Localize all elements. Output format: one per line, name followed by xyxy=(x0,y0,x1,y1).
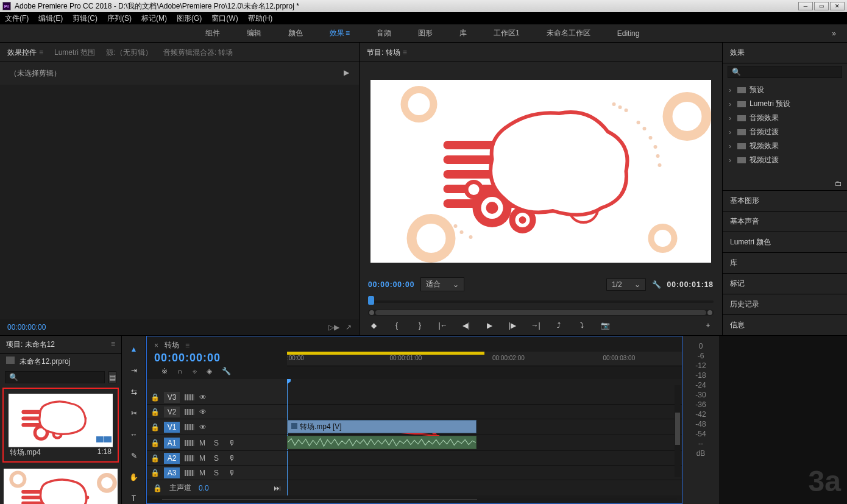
timeline-timecode[interactable]: 00:00:00:00 xyxy=(154,352,287,364)
audio-clip-a1[interactable] xyxy=(287,436,477,449)
track-select-tool[interactable]: ⇥ xyxy=(128,364,140,376)
effects-folder-lumetri[interactable]: ›Lumetri 预设 xyxy=(728,97,842,111)
tab-lumetri-scopes[interactable]: Lumetri 范围 xyxy=(54,48,95,58)
workspace-tab-color[interactable]: 颜色 xyxy=(275,24,316,42)
tab-project[interactable]: 项目: 未命名12 xyxy=(6,339,55,350)
workspace-tab-custom1[interactable]: 工作区1 xyxy=(480,24,533,42)
timeline-ruler[interactable]: :00:00 00:00:01:00 00:00:02:00 00:00:03:… xyxy=(287,352,682,366)
timeline-vertical-scrollbar[interactable] xyxy=(675,385,681,477)
menu-graphics[interactable]: 图形(G) xyxy=(177,13,202,24)
window-close-button[interactable]: ✕ xyxy=(830,2,845,10)
panel-lumetri-color[interactable]: Lumetri 颜色 xyxy=(723,232,847,252)
workspace-overflow-button[interactable]: » xyxy=(821,29,847,38)
program-resolution-dropdown[interactable]: 1/2⌄ xyxy=(606,279,646,291)
go-to-in-button[interactable]: |← xyxy=(438,321,448,330)
panel-essential-graphics[interactable]: 基本图形 xyxy=(723,190,847,211)
tab-effect-controls[interactable]: 效果控件≡ xyxy=(7,48,43,58)
window-minimize-button[interactable]: ─ xyxy=(798,2,813,10)
timeline-zoom-scrollbar[interactable] xyxy=(152,498,677,501)
effect-controls-timecode[interactable]: 00:00:00:00 xyxy=(7,323,46,332)
workspace-tab-assembly[interactable]: 组件 xyxy=(192,24,233,42)
effects-folder-audio-trans[interactable]: ›音频过渡 xyxy=(728,125,842,139)
project-asset-2[interactable] xyxy=(0,465,121,504)
track-header-v1[interactable]: 🔒V1👁 xyxy=(147,419,287,435)
play-button[interactable]: ▶ xyxy=(484,321,495,330)
timeline-tracks-area[interactable]: 转场.mp4 [V] xyxy=(287,379,682,495)
panel-history[interactable]: 历史记录 xyxy=(723,294,847,314)
tab-source-monitor[interactable]: 源:（无剪辑） xyxy=(106,48,152,58)
program-settings-icon[interactable]: 🔧 xyxy=(652,280,661,289)
project-search-input[interactable] xyxy=(5,371,105,383)
menu-help[interactable]: 帮助(H) xyxy=(248,13,273,24)
program-scrubber[interactable] xyxy=(368,295,714,308)
panel-libraries[interactable]: 库 xyxy=(723,252,847,273)
effect-controls-panel: 效果控件≡ Lumetri 范围 源:（无剪辑） 音频剪辑混合器: 转场 （未选… xyxy=(0,43,360,335)
magnet-icon[interactable]: ∩ xyxy=(177,367,183,375)
step-back-button[interactable]: ◀| xyxy=(461,321,472,330)
effects-folder-audio-fx[interactable]: ›音频效果 xyxy=(728,111,842,125)
program-tc-current[interactable]: 00:00:00:00 xyxy=(368,280,414,289)
lift-button[interactable]: ⤴ xyxy=(553,321,564,330)
effect-controls-play-icon[interactable]: ▶ xyxy=(344,68,349,79)
panel-info[interactable]: 信息 xyxy=(723,314,847,335)
video-clip-v1[interactable]: 转场.mp4 [V] xyxy=(287,420,477,433)
workspace-tab-graphics[interactable]: 图形 xyxy=(405,24,446,42)
mark-out-button[interactable]: } xyxy=(414,321,425,330)
panel-markers[interactable]: 标记 xyxy=(723,273,847,294)
window-maximize-button[interactable]: ▭ xyxy=(814,2,829,10)
effects-search-input[interactable] xyxy=(728,66,842,78)
new-bin-icon[interactable]: 🗀 xyxy=(723,177,847,190)
mark-in-button[interactable]: { xyxy=(391,321,402,330)
settings-wrench-icon[interactable]: 🔧 xyxy=(222,367,231,375)
export-frame-icon[interactable]: ↗ xyxy=(346,323,352,332)
project-view-toggle-button[interactable]: ▤ xyxy=(108,371,116,383)
menu-marker[interactable]: 标记(M) xyxy=(141,13,167,24)
master-track-header[interactable]: 🔒主声道0.0⏭ xyxy=(147,480,287,495)
workspace-tab-audio[interactable]: 音频 xyxy=(363,24,405,42)
project-asset-selected[interactable]: 转场.mp41:18 xyxy=(2,388,119,463)
selection-tool[interactable]: ▲ xyxy=(128,343,140,355)
ripple-edit-tool[interactable]: ⇆ xyxy=(128,386,140,397)
program-fit-dropdown[interactable]: 适合⌄ xyxy=(420,277,464,291)
menu-sequence[interactable]: 序列(S) xyxy=(107,13,132,24)
extract-button[interactable]: ⤵ xyxy=(576,321,587,330)
marker-span-icon[interactable]: ◈ xyxy=(207,367,212,375)
razor-tool[interactable]: ✂ xyxy=(128,407,140,419)
menu-clip[interactable]: 剪辑(C) xyxy=(73,13,97,24)
tab-program[interactable]: 节目: 转场≡ xyxy=(367,48,407,58)
hand-tool[interactable]: ✋ xyxy=(128,471,140,483)
slip-tool[interactable]: ↔ xyxy=(128,428,140,440)
panel-essential-sound[interactable]: 基本声音 xyxy=(723,211,847,232)
track-header-a1[interactable]: 🔒A1MS🎙 xyxy=(147,435,287,451)
project-panel-menu-icon[interactable]: ≡ xyxy=(111,339,115,350)
export-frame-button[interactable]: 📷 xyxy=(600,321,611,330)
program-zoom-scrollbar[interactable] xyxy=(368,310,714,316)
sequence-name[interactable]: 转场 xyxy=(165,340,179,350)
workspace-tab-unnamed[interactable]: 未命名工作区 xyxy=(533,24,604,42)
effects-folder-video-trans[interactable]: ›视频过渡 xyxy=(728,153,842,167)
effects-folder-presets[interactable]: ›预设 xyxy=(728,83,842,97)
type-tool[interactable]: T xyxy=(128,492,140,504)
snap-icon[interactable]: ※ xyxy=(161,367,168,375)
track-header-a2[interactable]: 🔒A2MS🎙 xyxy=(147,451,287,466)
button-editor-button[interactable]: + xyxy=(703,321,714,330)
workspace-tab-library[interactable]: 库 xyxy=(446,24,480,42)
workspace-tab-editing[interactable]: 编辑 xyxy=(233,24,275,42)
track-header-a3[interactable]: 🔒A3MS🎙 xyxy=(147,466,287,480)
menu-edit[interactable]: 编辑(E) xyxy=(38,13,63,24)
tab-audio-clip-mixer[interactable]: 音频剪辑混合器: 转场 xyxy=(163,48,233,58)
workspace-tab-effects[interactable]: 效果≡ xyxy=(316,24,363,42)
track-header-v2[interactable]: 🔒V2👁 xyxy=(147,405,287,419)
go-to-out-button[interactable]: →| xyxy=(530,321,541,330)
workspace-tab-editing-en[interactable]: Editing xyxy=(604,26,653,41)
step-forward-button[interactable]: |▶ xyxy=(507,321,518,330)
linked-selection-icon[interactable]: ⟐ xyxy=(193,367,197,375)
add-marker-button[interactable]: ◆ xyxy=(368,321,379,330)
menu-window[interactable]: 窗口(W) xyxy=(211,13,238,24)
menu-file[interactable]: 文件(F) xyxy=(5,13,29,24)
track-header-v3[interactable]: 🔒V3👁 xyxy=(147,390,287,405)
pen-tool[interactable]: ✎ xyxy=(128,450,140,461)
loop-icon[interactable]: ▷▶ xyxy=(328,323,339,332)
program-preview-area[interactable] xyxy=(360,62,722,275)
effects-folder-video-fx[interactable]: ›视频效果 xyxy=(728,139,842,153)
